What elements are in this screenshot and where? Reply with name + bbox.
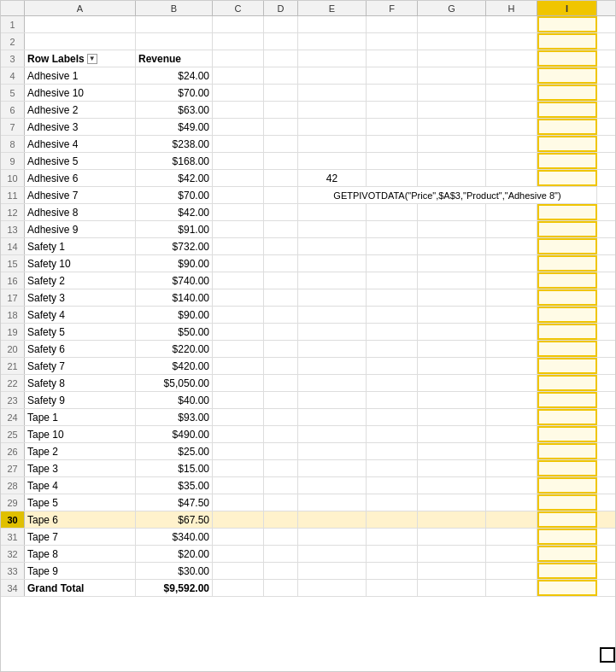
cell-c-28[interactable] xyxy=(213,477,264,494)
cell-i-10[interactable] xyxy=(537,170,597,186)
cell-e-6[interactable] xyxy=(298,102,367,118)
cell-h-25[interactable] xyxy=(486,426,537,442)
cell-c-3[interactable] xyxy=(213,50,264,67)
cell-g-26[interactable] xyxy=(418,443,486,459)
cell-a-24[interactable]: Tape 1 xyxy=(25,409,136,425)
cell-f-14[interactable] xyxy=(367,238,418,254)
cell-i-13[interactable] xyxy=(537,221,597,237)
cell-i-23[interactable] xyxy=(537,392,597,408)
cell-h-19[interactable] xyxy=(486,324,537,340)
cell-e-18[interactable] xyxy=(298,307,367,323)
cell-b-19[interactable]: $50.00 xyxy=(136,324,213,340)
cell-f-12[interactable] xyxy=(367,204,418,220)
cell-c-8[interactable] xyxy=(213,136,264,152)
cell-h-17[interactable] xyxy=(486,289,537,306)
cell-e-32[interactable] xyxy=(298,546,367,562)
cell-b-34[interactable]: $9,592.00 xyxy=(136,580,213,596)
cell-e-9[interactable] xyxy=(298,153,367,169)
cell-h-22[interactable] xyxy=(486,375,537,391)
cell-b-31[interactable]: $340.00 xyxy=(136,529,213,545)
cell-b-27[interactable]: $15.00 xyxy=(136,460,213,476)
cell-f-20[interactable] xyxy=(367,341,418,357)
cell-d-23[interactable] xyxy=(264,392,298,408)
cell-f-34[interactable] xyxy=(367,580,418,596)
cell-i-6[interactable] xyxy=(537,102,597,118)
cell-a-2[interactable] xyxy=(25,33,136,50)
cell-b-21[interactable]: $420.00 xyxy=(136,358,213,374)
cell-b-28[interactable]: $35.00 xyxy=(136,477,213,494)
cell-e-17[interactable] xyxy=(298,289,367,306)
cell-d-24[interactable] xyxy=(264,409,298,425)
cell-d-30[interactable] xyxy=(264,511,298,528)
cell-i-1[interactable] xyxy=(537,16,597,32)
cell-g-16[interactable] xyxy=(418,272,486,289)
cell-a-6[interactable]: Adhesive 2 xyxy=(25,102,136,118)
cell-d-20[interactable] xyxy=(264,341,298,357)
cell-f-27[interactable] xyxy=(367,460,418,476)
cell-c-9[interactable] xyxy=(213,153,264,169)
cell-a-34[interactable]: Grand Total xyxy=(25,580,136,596)
cell-i-14[interactable] xyxy=(537,238,597,254)
cell-a-9[interactable]: Adhesive 5 xyxy=(25,153,136,169)
cell-b-8[interactable]: $238.00 xyxy=(136,136,213,152)
cell-i-9[interactable] xyxy=(537,153,597,169)
cell-h-33[interactable] xyxy=(486,563,537,579)
cell-e-29[interactable] xyxy=(298,494,367,511)
cell-e-13[interactable] xyxy=(298,221,367,237)
cell-i-24[interactable] xyxy=(537,409,597,425)
cell-c-19[interactable] xyxy=(213,324,264,340)
cell-f-30[interactable] xyxy=(367,511,418,528)
cell-d-15[interactable] xyxy=(264,255,298,272)
cell-g-1[interactable] xyxy=(418,16,486,32)
cell-d-33[interactable] xyxy=(264,563,298,579)
cell-i-31[interactable] xyxy=(537,529,597,545)
cell-g-10[interactable] xyxy=(418,170,486,186)
cell-d-32[interactable] xyxy=(264,546,298,562)
cell-a-5[interactable]: Adhesive 10 xyxy=(25,85,136,101)
cell-g-22[interactable] xyxy=(418,375,486,391)
cell-e-33[interactable] xyxy=(298,563,367,579)
cell-g-25[interactable] xyxy=(418,426,486,442)
cell-g-15[interactable] xyxy=(418,255,486,272)
cell-c-12[interactable] xyxy=(213,204,264,220)
cell-i-25[interactable] xyxy=(537,426,597,442)
cell-d-18[interactable] xyxy=(264,307,298,323)
cell-i-15[interactable] xyxy=(537,255,597,272)
cell-g-28[interactable] xyxy=(418,477,486,494)
cell-h-8[interactable] xyxy=(486,136,537,152)
cell-h-31[interactable] xyxy=(486,529,537,545)
cell-c-23[interactable] xyxy=(213,392,264,408)
cell-b-6[interactable]: $63.00 xyxy=(136,102,213,118)
cell-d-3[interactable] xyxy=(264,50,298,67)
cell-e-4[interactable] xyxy=(298,67,367,84)
cell-a-14[interactable]: Safety 1 xyxy=(25,238,136,254)
cell-a-30[interactable]: Tape 6 xyxy=(25,511,136,528)
col-header-h[interactable]: H xyxy=(486,1,537,15)
cell-b-7[interactable]: $49.00 xyxy=(136,119,213,135)
cell-i-8[interactable] xyxy=(537,136,597,152)
cell-e-20[interactable] xyxy=(298,341,367,357)
cell-b-14[interactable]: $732.00 xyxy=(136,238,213,254)
cell-h-13[interactable] xyxy=(486,221,537,237)
cell-b-1[interactable] xyxy=(136,16,213,32)
cell-f-29[interactable] xyxy=(367,494,418,511)
cell-a-12[interactable]: Adhesive 8 xyxy=(25,204,136,220)
cell-d-6[interactable] xyxy=(264,102,298,118)
cell-f-13[interactable] xyxy=(367,221,418,237)
cell-e-28[interactable] xyxy=(298,477,367,494)
cell-g-2[interactable] xyxy=(418,33,486,50)
cell-d-5[interactable] xyxy=(264,85,298,101)
cell-f-1[interactable] xyxy=(367,16,418,32)
cell-a-16[interactable]: Safety 2 xyxy=(25,272,136,289)
cell-g-7[interactable] xyxy=(418,119,486,135)
cell-h-10[interactable] xyxy=(486,170,537,186)
cell-b-32[interactable]: $20.00 xyxy=(136,546,213,562)
cell-g-6[interactable] xyxy=(418,102,486,118)
cell-i-20[interactable] xyxy=(537,341,597,357)
col-header-d[interactable]: D xyxy=(264,1,298,15)
cell-i-28[interactable] xyxy=(537,477,597,494)
cell-h-14[interactable] xyxy=(486,238,537,254)
cell-f-24[interactable] xyxy=(367,409,418,425)
cell-c-17[interactable] xyxy=(213,289,264,306)
cell-g-27[interactable] xyxy=(418,460,486,476)
